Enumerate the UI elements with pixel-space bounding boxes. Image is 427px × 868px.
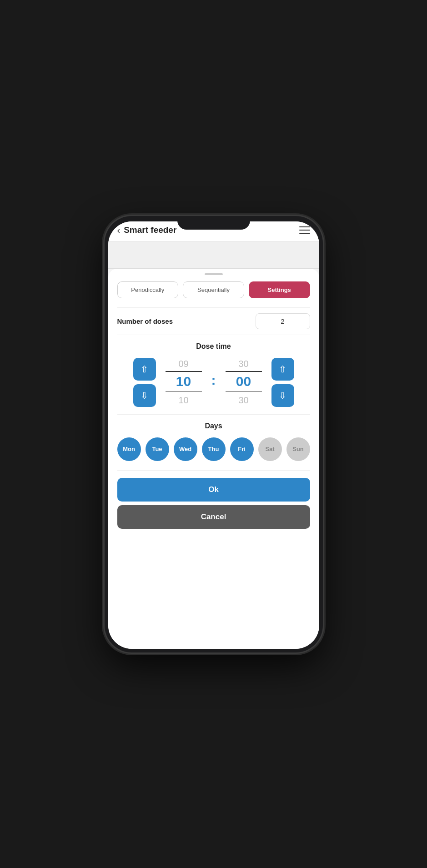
phone-notch (177, 216, 250, 230)
top-gray-area (108, 241, 319, 269)
days-section: Days MonTueWedThuFriSatSun (117, 415, 310, 471)
back-button[interactable]: ‹ (117, 225, 121, 236)
hour-current: 10 (176, 374, 191, 389)
doses-input[interactable] (256, 313, 310, 329)
ok-button[interactable]: Ok (117, 478, 310, 502)
dose-time-title: Dose time (117, 342, 310, 351)
time-picker: ⇧ ⇩ 09 10 10 : 30 00 30 ⇧ ⇩ (117, 358, 310, 407)
day-sun[interactable]: Sun (286, 437, 310, 461)
minute-next: 30 (238, 395, 248, 406)
day-thu[interactable]: Thu (202, 437, 226, 461)
doses-label: Number of doses (117, 317, 173, 325)
days-row: MonTueWedThuFriSatSun (117, 437, 310, 461)
hamburger-line-2 (299, 230, 310, 231)
tab-settings[interactable]: Settings (249, 281, 310, 298)
day-tue[interactable]: Tue (146, 437, 169, 461)
cancel-button[interactable]: Cancel (117, 505, 310, 529)
tab-periodically[interactable]: Periodiccally (117, 281, 179, 298)
phone-screen: ‹ Smart feeder Periodiccally Sequentiall… (108, 221, 319, 649)
tabs-row: Periodiccally Sequentially Settings (117, 281, 310, 298)
hour-up-button[interactable]: ⇧ (133, 358, 156, 381)
minute-up-button[interactable]: ⇧ (271, 358, 294, 381)
bottom-sheet: Periodiccally Sequentially Settings Numb… (108, 269, 319, 649)
hamburger-line-3 (299, 233, 310, 234)
page-title: Smart feeder (124, 225, 176, 235)
day-wed[interactable]: Wed (174, 437, 197, 461)
day-fri[interactable]: Fri (230, 437, 254, 461)
hamburger-line-1 (299, 226, 310, 227)
days-title: Days (117, 422, 310, 430)
hour-next: 10 (178, 395, 188, 406)
day-mon[interactable]: Mon (117, 437, 141, 461)
sheet-handle (205, 273, 223, 275)
minute-down-button[interactable]: ⇩ (271, 384, 294, 407)
minute-current: 00 (236, 374, 251, 389)
dose-time-section: Dose time ⇧ ⇩ 09 10 10 : 30 00 30 ⇧ ⇩ (117, 335, 310, 415)
minute-arrows: ⇧ ⇩ (271, 358, 294, 407)
hour-arrows: ⇧ ⇩ (133, 358, 156, 407)
header-left: ‹ Smart feeder (117, 225, 177, 236)
minute-column: 30 00 30 (223, 359, 264, 406)
minute-prev: 30 (238, 359, 248, 369)
day-sat[interactable]: Sat (258, 437, 282, 461)
tab-sequentially[interactable]: Sequentially (183, 281, 244, 298)
phone-frame: ‹ Smart feeder Periodiccally Sequentiall… (105, 216, 323, 652)
hour-prev: 09 (178, 359, 188, 369)
doses-row: Number of doses (117, 307, 310, 335)
hour-column: 09 10 10 (163, 359, 204, 406)
time-colon: : (211, 372, 216, 388)
hour-down-button[interactable]: ⇩ (133, 384, 156, 407)
menu-button[interactable] (299, 226, 310, 234)
